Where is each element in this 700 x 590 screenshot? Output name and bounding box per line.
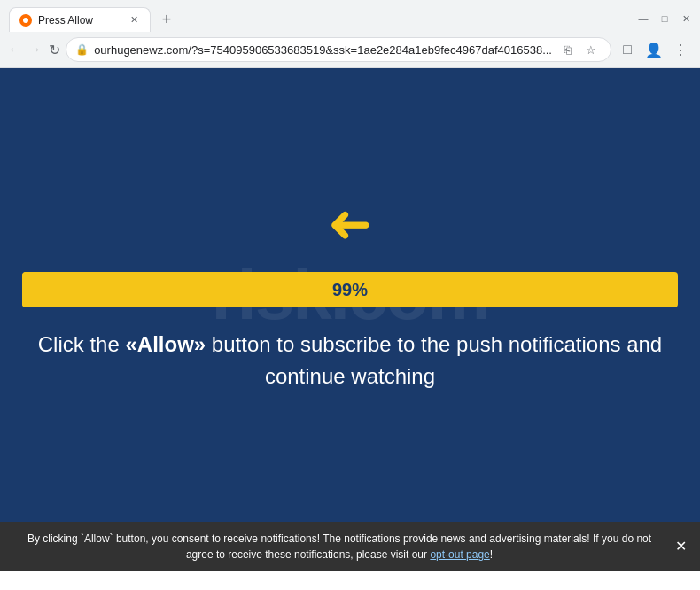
title-bar: Press Allow ✕ + — □ ✕: [0, 0, 700, 32]
notification-close-button[interactable]: ✕: [672, 538, 689, 555]
cta-text: Click the «Allow» button to subscribe to…: [38, 329, 662, 392]
active-tab[interactable]: Press Allow ✕: [9, 7, 151, 32]
browser-chrome: Press Allow ✕ + — □ ✕ ← → ↻ 🔒 ourhugenew…: [0, 0, 700, 68]
share-icon[interactable]: ⎗: [557, 39, 579, 60]
back-button[interactable]: ←: [7, 37, 23, 62]
tab-favicon: [19, 13, 33, 27]
arrow-icon: ➜: [328, 198, 372, 251]
page-content: risk.com ➜ 99% Click the «Allow» button …: [0, 68, 700, 522]
window-controls: — □ ✕: [638, 13, 691, 24]
progress-label: 99%: [332, 280, 368, 300]
lock-icon: 🔒: [75, 43, 89, 56]
notification-body: By clicking `Allow` button, you consent …: [27, 532, 651, 561]
bookmark-icon[interactable]: ☆: [580, 39, 602, 60]
maximize-button[interactable]: □: [659, 13, 670, 24]
progress-bar: 99%: [22, 272, 678, 307]
refresh-button[interactable]: ↻: [46, 37, 62, 62]
favicon-circle: [19, 14, 32, 27]
url-text: ourhugenewz.com/?s=754095906533683519&ss…: [94, 43, 552, 57]
new-tab-button[interactable]: +: [154, 7, 179, 32]
progress-container: 99%: [22, 272, 678, 307]
opt-out-link[interactable]: opt-out page: [430, 548, 489, 561]
notification-banner: By clicking `Allow` button, you consent …: [0, 522, 700, 571]
tab-title: Press Allow: [38, 14, 121, 27]
menu-button[interactable]: ⋮: [668, 37, 693, 62]
notification-text: By clicking `Allow` button, you consent …: [20, 531, 658, 563]
nav-bar: ← → ↻ 🔒 ourhugenewz.com/?s=7540959065336…: [0, 32, 700, 67]
extensions-button[interactable]: □: [615, 37, 640, 62]
minimize-button[interactable]: —: [638, 13, 649, 24]
profile-button[interactable]: 👤: [642, 37, 666, 62]
tabs-area: Press Allow ✕ +: [9, 5, 629, 32]
tab-close-button[interactable]: ✕: [127, 13, 141, 27]
allow-highlight: «Allow»: [125, 332, 206, 356]
close-window-button[interactable]: ✕: [681, 13, 691, 24]
forward-button[interactable]: →: [27, 37, 43, 62]
nav-right-icons: □ 👤 ⋮: [615, 37, 693, 62]
address-actions: ⎗ ☆: [557, 39, 602, 60]
notification-suffix: !: [490, 548, 493, 561]
address-bar[interactable]: 🔒 ourhugenewz.com/?s=754095906533683519&…: [66, 37, 611, 62]
arrow-indicator: ➜: [328, 198, 372, 251]
